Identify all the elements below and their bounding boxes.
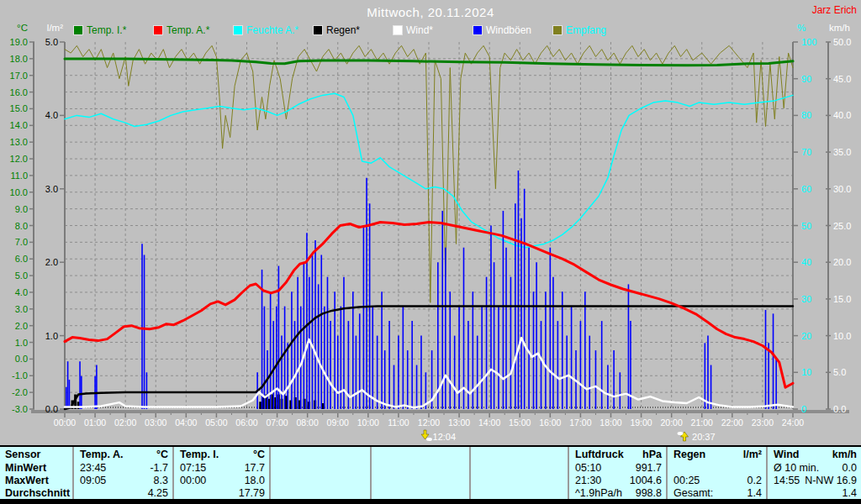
cell-time: ^1.9hPa/h <box>569 487 622 499</box>
legend-label: Windböen <box>486 24 531 36</box>
svg-text:07:00: 07:00 <box>266 417 288 428</box>
legend-item-feuchte-a[interactable]: Feuchte A.* <box>234 24 298 36</box>
svg-text:12:00: 12:00 <box>418 417 440 428</box>
table-value-cell: 17.79 <box>174 486 271 499</box>
cell-time: 00:00 <box>174 475 206 486</box>
svg-text:15:00: 15:00 <box>509 417 531 428</box>
svg-text:14.0: 14.0 <box>10 120 28 130</box>
svg-text:02:00: 02:00 <box>114 417 136 428</box>
svg-text:2.0: 2.0 <box>45 257 58 267</box>
svg-text:40.0: 40.0 <box>833 110 851 120</box>
table-value-cell: 00:0018.0 <box>174 474 271 486</box>
x-axis: 00:0001:0002:0003:0004:0005:0006:0007:00… <box>54 413 804 428</box>
table-col-header: LuftdruckhPa <box>569 447 668 461</box>
legend-item-temp-a[interactable]: Temp. A.* <box>154 24 209 36</box>
svg-text:-2.0: -2.0 <box>12 387 28 397</box>
table-col-header <box>271 447 372 461</box>
svg-text:-3.0: -3.0 <box>12 404 28 414</box>
table-value-cell: 00:250.2 <box>668 474 768 486</box>
legend-swatch <box>74 26 82 34</box>
axis-ticks: 0.05.010.015.020.025.030.035.040.045.050… <box>826 37 851 414</box>
svg-text:17.0: 17.0 <box>10 71 28 81</box>
cell-time: 23:45 <box>74 462 106 474</box>
table-value-cell: Gesamt:1.4 <box>668 486 768 499</box>
cell-value: 1.4 <box>843 487 861 499</box>
legend-item-wind[interactable]: Wind* <box>394 24 433 36</box>
svg-text:25.0: 25.0 <box>833 221 851 231</box>
cell-value: 991.7 <box>636 462 666 474</box>
legend-item-windb-en[interactable]: Windböen <box>473 24 531 36</box>
legend-swatch <box>394 26 402 34</box>
svg-text:11.0: 11.0 <box>10 171 28 181</box>
cell-value: °C <box>253 449 269 460</box>
table-value-cell: 05:10991.7 <box>569 461 668 474</box>
legend-swatch <box>154 26 162 34</box>
table-value-cell: 09:058.3 <box>74 474 174 486</box>
svg-text:16:00: 16:00 <box>539 417 561 428</box>
cell-value: 1004.6 <box>630 475 666 486</box>
svg-text:03:00: 03:00 <box>145 417 166 428</box>
chart-svg: -3.0-2.0-1.00.01.02.03.04.05.06.07.08.09… <box>0 0 861 447</box>
svg-text:-1.0: -1.0 <box>12 370 28 381</box>
svg-text:16.0: 16.0 <box>10 87 28 97</box>
svg-text:4.0: 4.0 <box>15 287 28 297</box>
table-value-cell: ^1.9hPa/h998.8 <box>569 486 668 499</box>
svg-text:20.0: 20.0 <box>833 257 851 267</box>
legend-swatch <box>553 26 562 34</box>
cell-value: 998.8 <box>636 487 666 499</box>
cell-time: 00:25 <box>668 475 700 486</box>
weather-station-window: -3.0-2.0-1.00.01.02.03.04.05.06.07.08.09… <box>0 0 861 504</box>
svg-text:2.0: 2.0 <box>15 321 28 331</box>
svg-text:12:04: 12:04 <box>433 432 457 442</box>
svg-text:35.0: 35.0 <box>833 147 851 157</box>
svg-text:1.0: 1.0 <box>15 338 28 348</box>
cell-time: Temp. A. <box>74 449 123 460</box>
svg-text:14:00: 14:00 <box>478 417 500 428</box>
svg-text:60: 60 <box>801 184 811 194</box>
legend-item-temp-i[interactable]: Temp. I.* <box>74 24 126 36</box>
cell-time: Regen <box>668 449 705 460</box>
table-value-cell <box>271 461 372 474</box>
table-value-cell: 07:1517.7 <box>174 461 271 474</box>
table-row-label: Sensor <box>0 447 74 461</box>
svg-text:0.0: 0.0 <box>15 354 28 364</box>
table-value-cell <box>372 486 471 499</box>
svg-text:11:00: 11:00 <box>388 417 409 428</box>
cell-time: 09:05 <box>74 475 106 486</box>
table-value-cell: 1.4 <box>768 486 861 499</box>
svg-text:45.0: 45.0 <box>833 74 851 84</box>
table-value-cell <box>471 474 569 486</box>
svg-text:18:00: 18:00 <box>600 417 621 428</box>
legend-label: Feuchte A.* <box>246 24 298 36</box>
svg-text:15.0: 15.0 <box>833 294 851 304</box>
svg-text:3.0: 3.0 <box>45 184 58 194</box>
svg-text:24:00: 24:00 <box>782 417 804 428</box>
cell-value: km/h <box>832 449 861 460</box>
svg-text:80: 80 <box>801 110 811 120</box>
cell-value: 17.79 <box>239 487 269 499</box>
cell-value: l/m² <box>743 449 766 460</box>
svg-text:7.0: 7.0 <box>15 237 28 247</box>
svg-text:40: 40 <box>801 257 811 267</box>
legend-item-regen[interactable]: Regen* <box>314 24 360 36</box>
cell-value: 0.2 <box>747 475 766 486</box>
cell-time: Ø 10 min. <box>768 462 819 474</box>
cell-time: Luftdruck <box>569 449 624 460</box>
legend-swatch <box>234 26 242 34</box>
svg-text:13.0: 13.0 <box>10 137 28 147</box>
legend-item-empfang[interactable]: Empfang <box>553 24 606 36</box>
svg-text:20: 20 <box>801 331 811 341</box>
table-value-cell: 21:301004.6 <box>569 474 668 486</box>
svg-text:08:00: 08:00 <box>297 417 319 428</box>
table-col-header <box>471 447 569 461</box>
legend-label: Empfang <box>566 24 606 36</box>
svg-text:23:00: 23:00 <box>752 417 774 428</box>
cell-value: 8.3 <box>154 475 172 486</box>
svg-text:20:37: 20:37 <box>692 432 716 442</box>
table-col-header: Temp. A.°C <box>74 447 174 461</box>
svg-text:19:00: 19:00 <box>630 417 652 428</box>
svg-text:6.0: 6.0 <box>15 254 28 264</box>
table-value-cell: 23:45-1.7 <box>74 461 174 474</box>
cell-time: 21:30 <box>569 475 601 486</box>
chart-legend: Temp. I.*Temp. A.*Feuchte A.*Regen*Wind*… <box>0 0 861 39</box>
